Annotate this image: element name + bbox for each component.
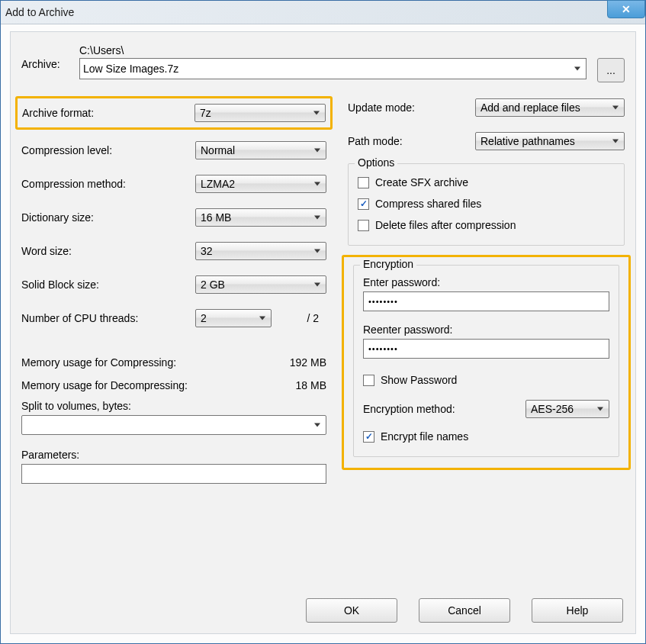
- titlebar: Add to Archive ✕: [1, 1, 645, 24]
- archive-path-prefix: C:\Users\: [79, 44, 587, 56]
- chevron-down-icon: [259, 317, 265, 320]
- chevron-down-icon: [313, 111, 320, 115]
- threads-value: 2: [201, 312, 207, 324]
- window-title: Add to Archive: [5, 6, 74, 18]
- ok-button[interactable]: OK: [306, 598, 397, 623]
- word-value: 32: [201, 245, 213, 257]
- chevron-down-icon: [314, 216, 320, 220]
- chevron-down-icon: [314, 250, 320, 253]
- reenter-password-input[interactable]: [363, 339, 609, 359]
- mem-comp-value: 192 MB: [265, 356, 326, 369]
- archive-filename-value: Low Size Images.7z: [83, 63, 178, 75]
- enc-method-select[interactable]: AES-256: [525, 400, 609, 418]
- split-label: Split to volumes, bytes:: [21, 400, 326, 412]
- enc-method-value: AES-256: [531, 403, 574, 415]
- block-label: Solid Block size:: [21, 279, 195, 291]
- browse-label: ...: [606, 64, 615, 76]
- format-value: 7z: [200, 107, 211, 119]
- format-select[interactable]: 7z: [194, 104, 326, 122]
- help-button[interactable]: Help: [532, 598, 623, 623]
- update-label: Update mode:: [348, 101, 475, 114]
- archive-label: Archive:: [21, 44, 69, 70]
- dict-select[interactable]: 16 MB: [195, 208, 326, 227]
- delete-checkbox[interactable]: [358, 220, 369, 231]
- encrypt-names-checkbox[interactable]: [363, 431, 374, 443]
- add-to-archive-dialog: Add to Archive ✕ Archive: C:\Users\ Low …: [0, 0, 646, 644]
- threads-total: / 2: [279, 312, 319, 324]
- archive-format-highlight: Archive format: 7z: [15, 96, 333, 130]
- update-value: Add and replace files: [480, 101, 580, 114]
- cancel-button[interactable]: Cancel: [419, 598, 510, 623]
- threads-select[interactable]: 2: [195, 309, 272, 327]
- dialog-client: Archive: C:\Users\ Low Size Images.7z ..…: [10, 31, 636, 634]
- chevron-down-icon: [612, 140, 619, 143]
- mem-comp-label: Memory usage for Compressing:: [21, 356, 265, 369]
- archive-filename-combo[interactable]: Low Size Images.7z: [79, 58, 587, 79]
- enc-method-label: Encryption method:: [363, 403, 518, 415]
- word-label: Word size:: [21, 245, 195, 257]
- browse-button[interactable]: ...: [597, 58, 625, 82]
- params-label: Parameters:: [21, 449, 326, 461]
- method-select[interactable]: LZMA2: [195, 175, 326, 193]
- cancel-label: Cancel: [448, 604, 481, 617]
- pathmode-value: Relative pathnames: [480, 135, 575, 147]
- chevron-down-icon: [314, 423, 320, 427]
- sfx-label: Create SFX archive: [375, 176, 468, 188]
- chevron-down-icon: [597, 407, 603, 411]
- method-label: Compression method:: [21, 178, 195, 190]
- archive-row: Archive: C:\Users\ Low Size Images.7z ..…: [21, 44, 625, 82]
- options-group: Options Create SFX archive Compress shar…: [348, 163, 625, 246]
- level-value: Normal: [201, 144, 235, 156]
- encrypt-names-label: Encrypt file names: [381, 430, 468, 443]
- body-columns: Archive format: 7z Compression level:: [21, 96, 625, 484]
- left-column: Archive format: 7z Compression level:: [21, 96, 326, 484]
- delete-label: Delete files after compression: [375, 219, 516, 231]
- encryption-legend: Encryption: [360, 258, 416, 270]
- enter-password-label: Enter password:: [363, 276, 609, 288]
- close-icon: ✕: [622, 3, 631, 15]
- format-label: Archive format:: [22, 107, 194, 119]
- mem-decomp-label: Memory usage for Decompressing:: [21, 379, 265, 391]
- block-value: 2 GB: [201, 279, 225, 291]
- chevron-down-icon: [314, 283, 320, 287]
- update-select[interactable]: Add and replace files: [475, 98, 625, 117]
- threads-label: Number of CPU threads:: [21, 312, 195, 324]
- chevron-down-icon: [314, 149, 320, 153]
- show-password-checkbox[interactable]: [363, 375, 374, 386]
- chevron-down-icon: [574, 67, 580, 71]
- pathmode-select[interactable]: Relative pathnames: [475, 132, 625, 150]
- options-legend: Options: [355, 156, 397, 169]
- show-password-label: Show Password: [381, 374, 457, 386]
- shared-label: Compress shared files: [375, 198, 481, 210]
- sfx-checkbox[interactable]: [358, 177, 369, 188]
- word-select[interactable]: 32: [195, 242, 326, 260]
- reenter-password-label: Reenter password:: [363, 324, 609, 336]
- mem-decomp-value: 18 MB: [265, 379, 326, 391]
- level-select[interactable]: Normal: [195, 141, 326, 159]
- enter-password-input[interactable]: [363, 291, 609, 311]
- level-label: Compression level:: [21, 144, 195, 156]
- dict-label: Dictionary size:: [21, 211, 195, 224]
- encryption-group: Encryption Enter password: Reenter passw…: [353, 265, 619, 457]
- close-button[interactable]: ✕: [607, 0, 645, 18]
- ok-label: OK: [344, 604, 359, 617]
- chevron-down-icon: [612, 106, 619, 110]
- split-combo[interactable]: [21, 415, 326, 435]
- block-select[interactable]: 2 GB: [195, 275, 326, 294]
- shared-checkbox[interactable]: [358, 198, 369, 210]
- help-label: Help: [567, 604, 589, 617]
- params-input[interactable]: [21, 464, 326, 484]
- right-column: Update mode: Add and replace files Path …: [348, 96, 625, 484]
- encryption-highlight: Encryption Enter password: Reenter passw…: [342, 255, 631, 470]
- dict-value: 16 MB: [201, 211, 231, 224]
- pathmode-label: Path mode:: [348, 135, 475, 147]
- method-value: LZMA2: [201, 178, 235, 190]
- dialog-buttons: OK Cancel Help: [306, 598, 623, 623]
- chevron-down-icon: [314, 182, 320, 186]
